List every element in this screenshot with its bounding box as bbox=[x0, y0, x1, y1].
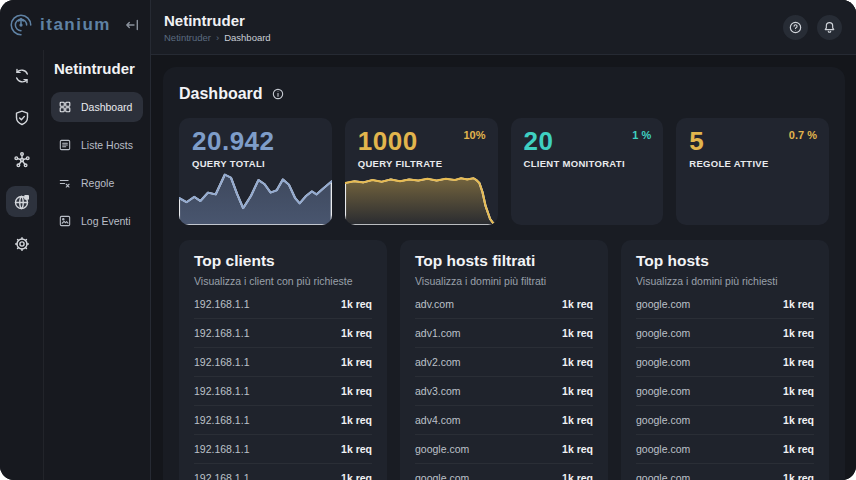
row-name: google.com bbox=[415, 472, 469, 480]
top-hosts-filtrati-card: Top hosts filtrati Visualizza i domini p… bbox=[400, 240, 608, 480]
list-title: Top clients bbox=[194, 252, 372, 270]
sidebar-item-log-eventi[interactable]: Log Eventi bbox=[51, 206, 143, 236]
list-row: adv2.com1k req bbox=[415, 348, 593, 377]
top-hosts-card: Top hosts Visualizza i domini più richie… bbox=[621, 240, 829, 480]
lists-row: Top clients Visualizza i client con più … bbox=[179, 240, 829, 480]
sidebar: itanium bbox=[0, 0, 151, 480]
globe-intruder-icon[interactable] bbox=[6, 186, 37, 217]
list-row: google.com1k req bbox=[636, 435, 814, 464]
main-area: Netintruder Netintruder › Dashboard bbox=[151, 0, 856, 480]
row-value: 1k req bbox=[341, 443, 372, 455]
gear-icon[interactable] bbox=[6, 228, 37, 259]
logo-text: itanium bbox=[40, 15, 111, 35]
shield-check-icon[interactable] bbox=[6, 102, 37, 133]
list-subtitle: Visualizza i client con più richieste bbox=[194, 275, 372, 287]
row-value: 1k req bbox=[783, 385, 814, 397]
sidebar-item-label: Log Eventi bbox=[81, 215, 131, 227]
row-name: google.com bbox=[636, 414, 690, 426]
row-name: google.com bbox=[636, 443, 690, 455]
bell-icon[interactable] bbox=[817, 15, 842, 40]
stat-card-regole-attive: 5 REGOLE ATTIVE 0.7 % bbox=[676, 118, 829, 225]
row-name: adv3.com bbox=[415, 385, 461, 397]
sidebar-item-label: Liste Hosts bbox=[81, 139, 133, 151]
row-name: adv.com bbox=[415, 298, 454, 310]
row-value: 1k req bbox=[341, 356, 372, 368]
row-name: google.com bbox=[636, 472, 690, 480]
stat-percent: 0.7 % bbox=[789, 129, 817, 141]
row-value: 1k req bbox=[783, 414, 814, 426]
row-name: google.com bbox=[636, 356, 690, 368]
sidebar-body: Netintruder Dashboard Liste Hosts Regole… bbox=[0, 50, 150, 480]
row-name: 192.168.1.1 bbox=[194, 385, 249, 397]
row-value: 1k req bbox=[562, 327, 593, 339]
stat-card-client-monitorati: 20 CLIENT MONITORATI 1 % bbox=[511, 118, 664, 225]
sidebar-item-dashboard[interactable]: Dashboard bbox=[51, 92, 143, 122]
sidebar-item-label: Regole bbox=[81, 177, 114, 189]
stat-percent: 10% bbox=[463, 129, 485, 141]
list-details-icon bbox=[58, 138, 72, 152]
list-title: Top hosts bbox=[636, 252, 814, 270]
page-title: Dashboard bbox=[179, 85, 263, 103]
row-value: 1k req bbox=[341, 472, 372, 480]
row-name: adv1.com bbox=[415, 327, 461, 339]
stat-label: REGOLE ATTIVE bbox=[689, 158, 816, 169]
stat-card-query-filtrate: 1000 QUERY FILTRATE 10% bbox=[345, 118, 498, 225]
row-value: 1k req bbox=[341, 385, 372, 397]
breadcrumb-separator: › bbox=[216, 32, 219, 43]
row-value: 1k req bbox=[562, 356, 593, 368]
itanium-logo-icon bbox=[8, 12, 34, 38]
row-value: 1k req bbox=[783, 443, 814, 455]
header-titles: Netintruder Netintruder › Dashboard bbox=[164, 12, 271, 43]
sidebar-item-liste-hosts[interactable]: Liste Hosts bbox=[51, 130, 143, 160]
query-totali-sparkline bbox=[179, 165, 332, 225]
list-subtitle: Visualizza i domini più richiesti bbox=[636, 275, 814, 287]
list-title: Top hosts filtrati bbox=[415, 252, 593, 270]
sync-icon[interactable] bbox=[6, 60, 37, 91]
header: Netintruder Netintruder › Dashboard bbox=[151, 0, 856, 55]
log-events-icon bbox=[58, 214, 72, 228]
help-icon[interactable] bbox=[783, 15, 808, 40]
row-value: 1k req bbox=[783, 356, 814, 368]
row-value: 1k req bbox=[341, 327, 372, 339]
stat-card-query-totali: 20.942 QUERY TOTALI bbox=[179, 118, 332, 225]
row-value: 1k req bbox=[783, 298, 814, 310]
list-row: 192.168.1.11k req bbox=[194, 290, 372, 319]
header-actions bbox=[783, 15, 842, 40]
row-name: google.com bbox=[415, 443, 469, 455]
list-rows: adv.com1k reqadv1.com1k reqadv2.com1k re… bbox=[415, 290, 593, 480]
top-clients-card: Top clients Visualizza i client con più … bbox=[179, 240, 387, 480]
sidebar-item-regole[interactable]: Regole bbox=[51, 168, 143, 198]
stats-row: 20.942 QUERY TOTALI 1000 Q bbox=[179, 118, 829, 225]
list-row: google.com1k req bbox=[636, 406, 814, 435]
sidebar-collapse-icon[interactable] bbox=[123, 16, 141, 34]
list-row: 192.168.1.11k req bbox=[194, 435, 372, 464]
row-name: 192.168.1.1 bbox=[194, 414, 249, 426]
row-name: adv2.com bbox=[415, 356, 461, 368]
list-row: google.com1k req bbox=[415, 464, 593, 480]
query-filtrate-sparkline bbox=[345, 165, 498, 225]
row-name: google.com bbox=[636, 327, 690, 339]
list-row: adv4.com1k req bbox=[415, 406, 593, 435]
dashboard-panel: Dashboard 20.942 QUERY TOTALI bbox=[163, 67, 845, 480]
row-value: 1k req bbox=[341, 414, 372, 426]
row-value: 1k req bbox=[562, 414, 593, 426]
icon-rail bbox=[0, 50, 44, 480]
list-row: google.com1k req bbox=[636, 464, 814, 480]
breadcrumb-parent[interactable]: Netintruder bbox=[164, 32, 211, 43]
stat-label: CLIENT MONITORATI bbox=[524, 158, 651, 169]
info-icon[interactable] bbox=[271, 87, 285, 101]
network-topology-icon[interactable] bbox=[6, 144, 37, 175]
sidebar-menu: Netintruder Dashboard Liste Hosts Regole… bbox=[44, 50, 150, 480]
row-name: google.com bbox=[636, 385, 690, 397]
stat-percent: 1 % bbox=[632, 129, 651, 141]
list-row: google.com1k req bbox=[636, 348, 814, 377]
breadcrumb-current: Dashboard bbox=[224, 32, 270, 43]
panel-title-row: Dashboard bbox=[179, 83, 829, 105]
row-value: 1k req bbox=[562, 385, 593, 397]
list-row: google.com1k req bbox=[415, 435, 593, 464]
row-name: 192.168.1.1 bbox=[194, 443, 249, 455]
sidebar-section-title: Netintruder bbox=[54, 60, 143, 77]
list-row: google.com1k req bbox=[636, 377, 814, 406]
row-value: 1k req bbox=[562, 443, 593, 455]
list-row: 192.168.1.11k req bbox=[194, 319, 372, 348]
